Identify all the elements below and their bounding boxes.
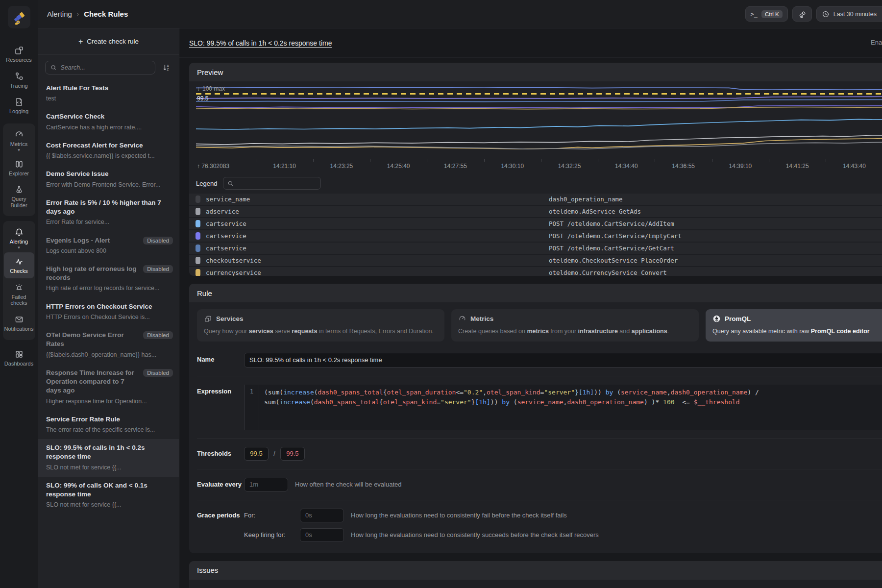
enabled-toggle-label: Enabled bbox=[871, 39, 882, 46]
rule-item-title: Service Error Rate Rule bbox=[46, 415, 173, 424]
legend-series-row[interactable]: cartservicePOST /oteldemo.CartService/Ad… bbox=[189, 218, 882, 230]
series-color-chip[interactable] bbox=[196, 269, 200, 276]
rule-item-subtitle: test bbox=[46, 95, 173, 102]
rule-panel-header: Rule bbox=[189, 284, 882, 302]
rule-item-title: OTel Demo Service Error Rates bbox=[46, 331, 139, 348]
metrics-nav-group: Metrics ▾ Explorer Query Builder bbox=[3, 123, 35, 217]
rule-name-input[interactable]: SLO: 99.5% of calls in 1h < 0.2s respons… bbox=[244, 353, 882, 368]
promql-code[interactable]: (sum(increase(dash0_spans_total{otel_spa… bbox=[259, 385, 764, 430]
sidebar-item-checks[interactable]: Checks bbox=[4, 252, 34, 278]
legend-table: service_namedash0_operation_nameadservic… bbox=[189, 194, 882, 276]
check-rule-list-item[interactable]: Evgenis Logs - AlertDisabledLogs count a… bbox=[38, 232, 179, 260]
rules-search-box[interactable] bbox=[45, 61, 155, 74]
telescope-button[interactable] bbox=[792, 6, 812, 22]
series-color-chip[interactable] bbox=[196, 196, 200, 203]
legend-series-row[interactable]: cartservicePOST /oteldemo.CartService/Em… bbox=[189, 230, 882, 243]
time-range-label: Last 30 minutes bbox=[833, 11, 877, 18]
services-boxes-icon bbox=[204, 315, 212, 323]
check-rules-sidebar: + Create check rule A bbox=[38, 28, 179, 588]
sidebar-item-query-builder[interactable]: Query Builder bbox=[4, 180, 34, 212]
command-palette-button[interactable]: >_ Ctrl K bbox=[745, 6, 788, 22]
check-rule-list-item[interactable]: SLO: 99.5% of calls in 1h < 0.2s respons… bbox=[38, 439, 179, 477]
legend-series-row[interactable]: adserviceoteldemo.AdService GetAds bbox=[189, 206, 882, 218]
check-rule-list-item[interactable]: Alert Rule For Teststest bbox=[38, 79, 179, 108]
app-logo[interactable] bbox=[8, 6, 30, 28]
search-input[interactable] bbox=[61, 64, 150, 71]
sidebar-item-dashboards[interactable]: Dashboards bbox=[3, 345, 35, 371]
grace-periods-row: Grace periods For:0sHow long the evaluat… bbox=[197, 500, 882, 550]
chart-x-axis: ↑ 76.302083 14:21:1014:23:2514:25:4014:2… bbox=[196, 159, 882, 172]
x-axis-tickmark bbox=[256, 159, 256, 162]
check-rule-list-item[interactable]: Demo Service IssueError with Demo Fronte… bbox=[38, 165, 179, 194]
sort-az-icon: A Z bbox=[162, 63, 171, 72]
critical-threshold-input[interactable]: 99.5 bbox=[280, 447, 305, 461]
telescope-logo-icon bbox=[11, 9, 27, 25]
series-color-chip[interactable] bbox=[196, 208, 200, 215]
x-axis-tick: 14:21:10 bbox=[273, 163, 296, 170]
evaluate-every-row: Evaluate every 1m How often the check wi… bbox=[197, 469, 882, 500]
check-rule-list-item[interactable]: SLO: 99% of calls OK and < 0.1s response… bbox=[38, 477, 179, 514]
check-rule-list-item[interactable]: Cost Forecast Alert for Service{{ $label… bbox=[38, 137, 179, 165]
issues-panel: Issues Summary SLO not met for service {… bbox=[189, 561, 882, 588]
sidebar-item-tracing[interactable]: Tracing bbox=[3, 67, 35, 93]
legend-series-row[interactable]: currencyserviceoteldemo.CurrencyService … bbox=[189, 267, 882, 276]
time-range-button[interactable]: Last 30 minutes bbox=[816, 6, 882, 22]
chart-min-annotation: ↑ 76.302083 bbox=[197, 163, 229, 170]
create-check-rule-button[interactable]: + Create check rule bbox=[74, 34, 144, 49]
evaluate-every-input[interactable]: 1m bbox=[244, 478, 288, 491]
degraded-threshold-input[interactable]: 99.5 bbox=[244, 447, 269, 461]
series-light-blue bbox=[196, 119, 882, 129]
legend-service-name: adservice bbox=[206, 208, 549, 215]
sidebar-item-resources[interactable]: Resources bbox=[3, 41, 35, 67]
topbar-actions: >_ Ctrl K bbox=[745, 6, 882, 22]
sidebar-item-failed-checks[interactable]: Failed checks bbox=[4, 278, 34, 310]
grace-period-input[interactable]: 0s bbox=[300, 509, 344, 522]
grace-period-input[interactable]: 0s bbox=[300, 528, 344, 542]
rule-item-title: High log rate of erroneus log records bbox=[46, 265, 139, 282]
series-color-chip[interactable] bbox=[196, 245, 200, 252]
check-rule-list-item[interactable]: Response Time Increase for Operation com… bbox=[38, 364, 179, 411]
sidebar-item-explorer[interactable]: Explorer bbox=[4, 155, 34, 181]
sidebar-item-alerting[interactable]: Alerting ▾ bbox=[4, 223, 34, 252]
check-rule-list-item[interactable]: Error Rate is 5% / 10 % higher than 7 da… bbox=[38, 194, 179, 232]
legend-operation-name: POST /oteldemo.CartService/EmptyCart bbox=[549, 232, 882, 240]
legend-operation-name: oteldemo.AdService GetAds bbox=[549, 208, 882, 215]
sidebar-item-notifications[interactable]: Notifications bbox=[4, 310, 34, 336]
rule-type-card-services[interactable]: ServicesQuery how your services serve re… bbox=[197, 309, 444, 342]
rule-item-subtitle: CartService has a high error rate.... bbox=[46, 123, 173, 131]
series-color-chip[interactable] bbox=[196, 257, 200, 264]
breadcrumb-alerting[interactable]: Alerting bbox=[47, 10, 72, 18]
series-color-chip[interactable] bbox=[196, 220, 200, 227]
rule-type-card-metrics[interactable]: MetricsCreate queries based on metrics f… bbox=[451, 309, 699, 342]
x-axis-tickmark bbox=[598, 159, 598, 162]
dashboards-grid-icon bbox=[14, 349, 24, 359]
grace-period-help: How long the evaluations need to consist… bbox=[351, 531, 599, 539]
legend-series-row[interactable]: checkoutserviceoteldemo.CheckoutService … bbox=[189, 255, 882, 267]
promql-expression-editor[interactable]: 1 (sum(increase(dash0_spans_total{otel_s… bbox=[244, 385, 882, 430]
page-title[interactable]: SLO: 99.5% of calls in 1h < 0.2s respons… bbox=[189, 39, 332, 47]
arrow-down-icon: ↓ bbox=[197, 85, 200, 92]
x-axis-tick: 14:36:55 bbox=[672, 163, 695, 170]
disabled-badge: Disabled bbox=[143, 265, 173, 273]
check-rule-list-item[interactable]: CartService CheckCartService has a high … bbox=[38, 108, 179, 136]
grace-period-label: Keep firing for: bbox=[244, 531, 293, 539]
x-axis-tickmark bbox=[655, 159, 655, 162]
sort-button[interactable]: A Z bbox=[160, 61, 173, 74]
breadcrumb-check-rules[interactable]: Check Rules bbox=[84, 10, 128, 18]
rule-item-title: Evgenis Logs - Alert bbox=[46, 236, 139, 245]
series-color-chip[interactable] bbox=[196, 232, 200, 240]
metrics-gauge-icon bbox=[14, 130, 24, 140]
legend-search-box[interactable] bbox=[223, 177, 321, 190]
x-axis-tick: 14:27:55 bbox=[444, 163, 467, 170]
thresholds-row: Thresholds 99.5 / 99.5 bbox=[197, 439, 882, 469]
legend-service-name: currencyservice bbox=[206, 269, 549, 276]
check-rule-list-item[interactable]: HTTP Errors on Checkout ServiceHTTP Erro… bbox=[38, 298, 179, 326]
check-rule-list-item[interactable]: High log rate of erroneus log recordsDis… bbox=[38, 260, 179, 298]
check-rule-list-item[interactable]: OTel Demo Service Error RatesDisabled{{$… bbox=[38, 326, 179, 364]
main-content: SLO: 99.5% of calls in 1h < 0.2s respons… bbox=[179, 28, 882, 588]
sidebar-item-metrics[interactable]: Metrics ▾ bbox=[4, 125, 34, 155]
rule-type-card-promql[interactable]: PromQLQuery any available metric with ra… bbox=[706, 309, 882, 342]
check-rule-list-item[interactable]: Service Error Rate RuleThe error rate of… bbox=[38, 411, 179, 439]
legend-series-row[interactable]: cartservicePOST /oteldemo.CartService/Ge… bbox=[189, 243, 882, 255]
sidebar-item-logging[interactable]: Logging bbox=[3, 93, 35, 119]
